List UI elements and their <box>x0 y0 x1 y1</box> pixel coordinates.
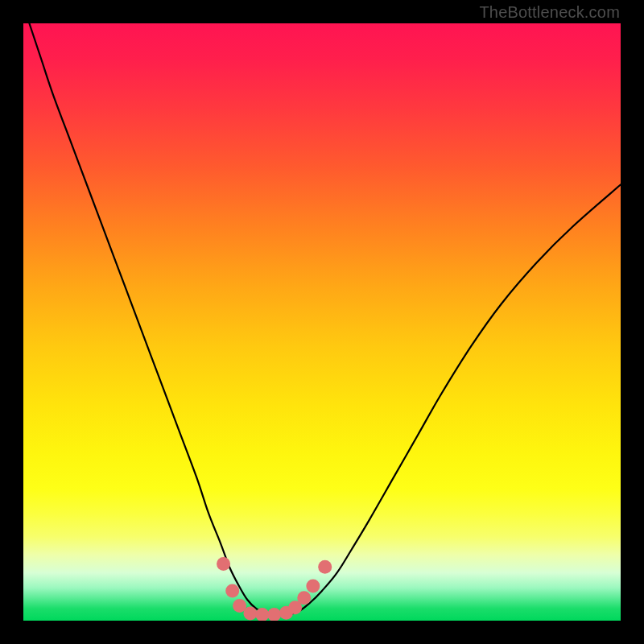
curve-marker <box>297 591 311 605</box>
curve-marker <box>267 608 281 621</box>
curve-layer <box>23 23 621 621</box>
plot-area <box>23 23 621 621</box>
curve-marker <box>217 557 230 571</box>
curve-marker <box>225 584 239 597</box>
curve-marker <box>318 560 332 574</box>
curve-markers <box>217 557 332 621</box>
chart-frame: TheBottleneck.com <box>0 0 644 644</box>
bottleneck-curve <box>29 23 621 615</box>
curve-marker <box>243 607 257 621</box>
watermark-text: TheBottleneck.com <box>479 3 620 22</box>
curve-marker <box>306 579 320 592</box>
